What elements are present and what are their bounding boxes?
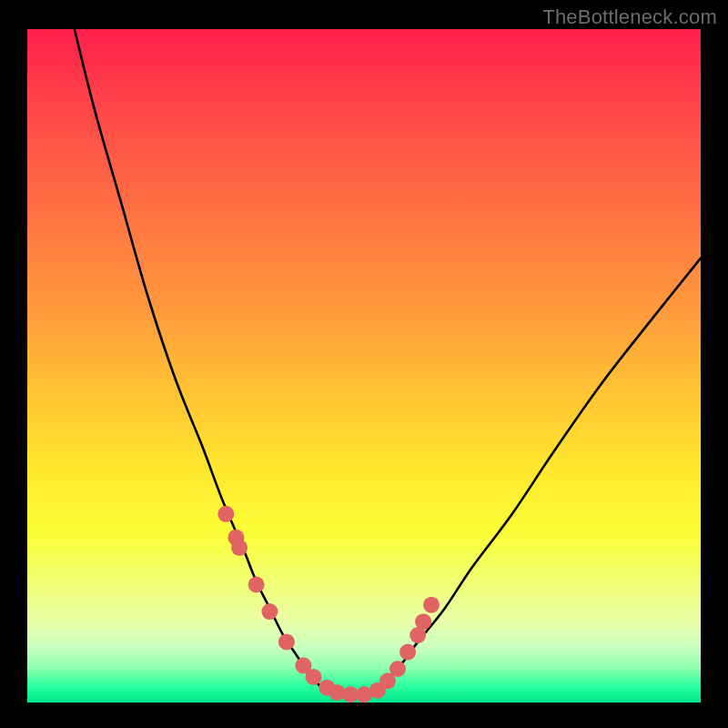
plot-area <box>27 29 701 703</box>
curve-path <box>75 29 701 696</box>
bottleneck-curve <box>75 29 701 696</box>
marker-dot <box>306 669 322 685</box>
curve-layer <box>27 29 701 703</box>
marker-dot <box>217 506 234 522</box>
marker-dot <box>231 540 248 556</box>
marker-dot <box>389 661 406 677</box>
marker-dot <box>278 633 295 650</box>
marker-dot <box>423 597 440 613</box>
chart-frame: TheBottleneck.com <box>0 0 728 728</box>
watermark-text: TheBottleneck.com <box>542 5 717 29</box>
marker-dots <box>217 506 440 703</box>
marker-dot <box>415 613 431 630</box>
marker-dot <box>399 644 416 661</box>
marker-dot <box>261 603 278 620</box>
marker-dot <box>248 577 265 593</box>
